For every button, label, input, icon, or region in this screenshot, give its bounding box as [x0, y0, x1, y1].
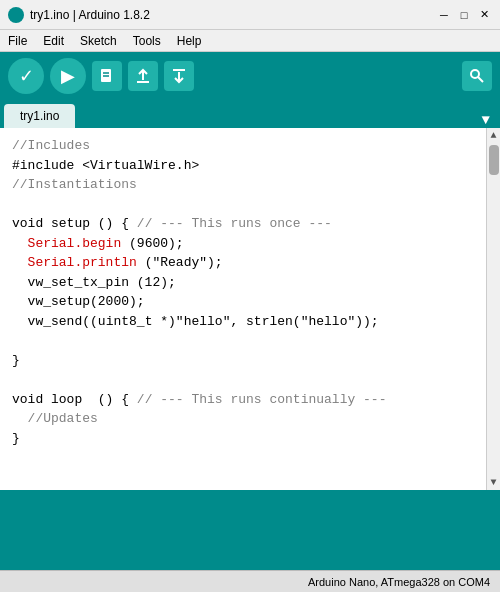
open-button[interactable]: [128, 61, 158, 91]
code-line-6: Serial.begin: [28, 236, 122, 251]
search-button[interactable]: [462, 61, 492, 91]
editor-area: //Includes #include <VirtualWire.h> //In…: [0, 128, 500, 490]
open-icon: [135, 68, 151, 84]
bottom-strip: [0, 490, 500, 570]
vertical-scrollbar[interactable]: ▲ ▼: [486, 128, 500, 490]
tab-try1[interactable]: try1.ino: [4, 104, 75, 128]
code-line-10: vw_send((uint8_t *)"hello", strlen("hell…: [12, 314, 379, 329]
code-editor[interactable]: //Includes #include <VirtualWire.h> //In…: [0, 128, 486, 490]
upload-button[interactable]: ▶: [50, 58, 86, 94]
status-bar: Arduino Nano, ATmega328 on COM4: [0, 570, 500, 592]
menu-edit[interactable]: Edit: [39, 32, 68, 50]
arduino-icon: [8, 7, 24, 23]
code-line-12: }: [12, 353, 20, 368]
tab-bar: try1.ino ▼: [0, 100, 500, 128]
search-icon: [469, 68, 485, 84]
menu-sketch[interactable]: Sketch: [76, 32, 121, 50]
svg-line-6: [478, 77, 483, 82]
menu-help[interactable]: Help: [173, 32, 206, 50]
title-bar-controls: ─ □ ✕: [436, 7, 492, 23]
tab-label: try1.ino: [20, 109, 59, 123]
scroll-up-arrow[interactable]: ▲: [488, 128, 498, 143]
save-button[interactable]: [164, 61, 194, 91]
new-icon: [99, 68, 115, 84]
maximize-button[interactable]: □: [456, 7, 472, 23]
code-line-1: //Includes: [12, 138, 90, 153]
svg-point-5: [471, 70, 479, 78]
code-line-14: void loop () { // --- This runs continua…: [12, 392, 386, 407]
new-button[interactable]: [92, 61, 122, 91]
code-line-15: //Updates: [12, 411, 98, 426]
window-title: try1.ino | Arduino 1.8.2: [30, 8, 150, 22]
code-line-3: //Instantiations: [12, 177, 137, 192]
menu-file[interactable]: File: [4, 32, 31, 50]
code-line-16: }: [12, 431, 20, 446]
minimize-button[interactable]: ─: [436, 7, 452, 23]
menu-tools[interactable]: Tools: [129, 32, 165, 50]
close-button[interactable]: ✕: [476, 7, 492, 23]
menu-bar: File Edit Sketch Tools Help: [0, 30, 500, 52]
code-line-8: vw_set_tx_pin (12);: [12, 275, 176, 290]
toolbar: ✓ ▶: [0, 52, 500, 100]
tab-arrow[interactable]: ▼: [476, 112, 496, 128]
code-line-2: #include <VirtualWire.h>: [12, 158, 199, 173]
title-bar-left: try1.ino | Arduino 1.8.2: [8, 7, 150, 23]
code-line-9: vw_setup(2000);: [12, 294, 145, 309]
code-line-7: Serial.println: [28, 255, 137, 270]
save-icon: [171, 68, 187, 84]
status-text: Arduino Nano, ATmega328 on COM4: [308, 576, 490, 588]
code-line-5: void setup () { // --- This runs once --…: [12, 216, 332, 231]
scroll-down-arrow[interactable]: ▼: [488, 475, 498, 490]
verify-button[interactable]: ✓: [8, 58, 44, 94]
title-bar: try1.ino | Arduino 1.8.2 ─ □ ✕: [0, 0, 500, 30]
scrollbar-thumb[interactable]: [489, 145, 499, 175]
